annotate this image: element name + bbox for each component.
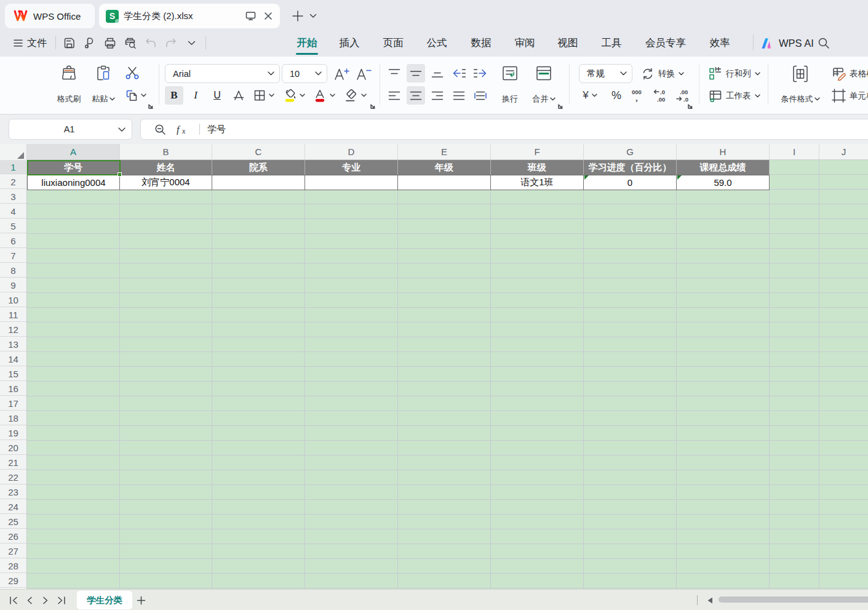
conditional-format-button[interactable]: 条件格式 [774,62,827,108]
horizontal-scrollbar-thumb[interactable] [719,596,868,603]
column-header-I[interactable]: I [770,144,819,159]
distributed-align-button[interactable] [471,86,490,105]
cell-B2[interactable]: 刘宵宁0004 [120,175,212,190]
row-header-10[interactable]: 10 [0,293,26,307]
row-header-16[interactable]: 16 [0,382,26,396]
row-header-24[interactable]: 24 [0,500,26,514]
column-header-J[interactable]: J [819,144,868,159]
row-header-8[interactable]: 8 [0,263,26,278]
row-header-20[interactable]: 20 [0,441,26,455]
cell-D2[interactable] [305,175,398,190]
rows-columns-button[interactable]: 行和列 [709,64,760,83]
zoom-formula-icon[interactable] [154,124,166,135]
convert-button[interactable]: 转换 [641,64,684,83]
font-dialog-launcher[interactable] [370,103,376,110]
row-header-26[interactable]: 26 [0,529,26,544]
row-header-9[interactable]: 9 [0,278,26,292]
row-header-27[interactable]: 27 [0,544,26,558]
row-header-29[interactable]: 29 [0,574,26,588]
align-top-button[interactable] [385,64,404,82]
italic-button[interactable]: I [186,86,205,105]
column-header-B[interactable]: B [120,144,212,159]
cell-D1[interactable]: 专业 [305,160,398,175]
column-header-C[interactable]: C [212,144,305,159]
row-header-25[interactable]: 25 [0,515,26,529]
add-sheet-button[interactable] [135,594,147,606]
decrease-font-button[interactable] [354,64,374,83]
font-color-button[interactable] [311,86,338,105]
increase-font-button[interactable] [332,64,352,83]
prev-sheet-button[interactable] [25,595,34,605]
cut-button[interactable] [123,64,141,82]
cell-H2[interactable]: 59.0 [677,175,770,190]
menu-tab-home[interactable]: 开始 [287,30,327,57]
qat-customize-chevron[interactable] [185,36,198,50]
row-header-23[interactable]: 23 [0,485,26,499]
row-header-6[interactable]: 6 [0,234,26,248]
row-header-5[interactable]: 5 [0,219,26,233]
row-header-7[interactable]: 7 [0,249,26,263]
cells-button[interactable]: 单元格 [832,86,868,105]
first-sheet-button[interactable] [9,595,18,605]
next-sheet-button[interactable] [41,595,50,605]
row-header-22[interactable]: 22 [0,470,26,484]
alignment-dialog-launcher[interactable] [557,103,563,110]
row-header-17[interactable]: 17 [0,396,26,411]
font-size-combo[interactable]: 10 [282,64,327,83]
increase-decimal-button[interactable]: .0.00 [650,86,671,105]
number-format-combo[interactable]: 常规 [579,64,632,83]
undo-button[interactable] [144,36,157,50]
row-header-2[interactable]: 2 [0,175,26,189]
cell-G2[interactable]: 0 [584,175,677,190]
home-tab[interactable]: WPS Office [5,4,95,28]
comma-format-button[interactable]: 000, [628,86,648,105]
row-header-13[interactable]: 13 [0,337,26,351]
menu-tab-member[interactable]: 会员专享 [635,30,696,57]
name-box[interactable]: A1 [9,119,132,140]
online-doc-icon[interactable] [245,11,256,21]
fx-icon[interactable]: fx [176,124,191,135]
cell-F2[interactable]: 语文1班 [491,175,584,190]
cell-F1[interactable]: 班级 [491,160,584,175]
cell-C1[interactable]: 院系 [212,160,305,175]
bold-button[interactable]: B [165,86,183,105]
row-header-3[interactable]: 3 [0,190,26,204]
wps-ai-button[interactable]: WPS AI [761,30,814,57]
formula-input[interactable]: fx 学号 [140,119,868,140]
tab-list-chevron[interactable] [308,11,318,21]
sheet-tab-active[interactable]: 学生分类 [77,591,132,609]
row-header-19[interactable]: 19 [0,426,26,440]
align-bottom-button[interactable] [428,64,447,82]
column-header-H[interactable]: H [677,144,770,159]
format-painter-button[interactable]: 格式刷 [53,62,85,108]
cell-E1[interactable]: 年级 [398,160,491,175]
column-header-F[interactable]: F [491,144,584,159]
number-dialog-launcher[interactable] [687,103,693,110]
close-doc-icon[interactable] [264,12,273,20]
menu-tab-tools[interactable]: 工具 [591,30,632,57]
search-icon[interactable] [817,36,830,50]
cell-E2[interactable] [398,175,491,190]
percent-format-button[interactable]: % [607,86,626,105]
new-tab-button[interactable] [290,8,306,24]
print-preview-button[interactable] [124,36,137,50]
cell-H1[interactable]: 课程总成绩 [677,160,770,175]
cell-G1[interactable]: 学习进度（百分比） [584,160,677,175]
print-button[interactable] [103,36,117,50]
select-all-corner[interactable] [0,144,27,160]
row-header-12[interactable]: 12 [0,323,26,337]
table-style-button[interactable]: 表格样式 [832,64,868,83]
export-pdf-button[interactable] [83,36,97,50]
merge-cells-button[interactable]: 合并 [528,62,560,108]
file-menu-button[interactable]: 文件 [14,34,47,52]
decrease-decimal-button[interactable]: .00.0 [673,86,694,105]
clipboard-dialog-launcher[interactable] [148,103,154,110]
row-header-21[interactable]: 21 [0,455,26,470]
document-tab[interactable]: S 学生分类 (2).xlsx [99,4,280,28]
grid-area[interactable]: 学号姓名院系专业年级班级学习进度（百分比）课程总成绩liuxiaoning000… [27,160,868,589]
menu-tab-insert[interactable]: 插入 [329,30,370,57]
copy-button[interactable] [121,86,150,105]
currency-format-button[interactable]: ¥ [577,86,603,105]
align-center-button[interactable] [407,86,425,105]
paste-button[interactable]: 粘贴 [87,62,119,108]
